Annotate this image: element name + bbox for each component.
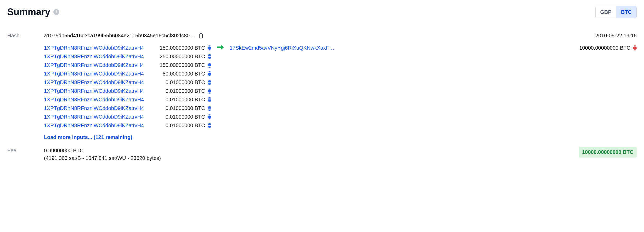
io-row: 1XPTgDRhN8RFnzniWCddobD9iKZatrvH40.01000… xyxy=(44,87,211,95)
load-more-inputs[interactable]: Load more inputs... (121 remaining) xyxy=(44,134,211,141)
toggle-btc[interactable]: BTC xyxy=(616,6,636,18)
amount-value: 0.01000000 BTC xyxy=(166,96,205,103)
outputs-list: 17SkEw2md5avVNyYgj6RiXuQKNwkXaxF…10000.0… xyxy=(230,44,637,141)
clipboard-icon[interactable] xyxy=(199,33,203,39)
address-link[interactable]: 1XPTgDRhN8RFnzniWCddobD9iKZatrvH4 xyxy=(44,79,144,86)
currency-toggle: GBP BTC xyxy=(595,6,637,18)
io-row: 1XPTgDRhN8RFnzniWCddobD9iKZatrvH40.01000… xyxy=(44,95,211,104)
globe-icon[interactable] xyxy=(208,71,211,76)
fee-label: Fee xyxy=(7,147,44,154)
toggle-gbp[interactable]: GBP xyxy=(596,6,616,18)
io-row: 1XPTgDRhN8RFnzniWCddobD9iKZatrvH4150.000… xyxy=(44,61,211,69)
io-row: 17SkEw2md5avVNyYgj6RiXuQKNwkXaxF…10000.0… xyxy=(230,44,637,52)
info-icon[interactable]: i xyxy=(53,9,59,15)
amount-value: 0.01000000 BTC xyxy=(166,122,205,129)
globe-icon[interactable] xyxy=(208,123,211,128)
address-link[interactable]: 1XPTgDRhN8RFnzniWCddobD9iKZatrvH4 xyxy=(44,113,144,121)
address-link[interactable]: 1XPTgDRhN8RFnzniWCddobD9iKZatrvH4 xyxy=(44,53,144,60)
address-link[interactable]: 1XPTgDRhN8RFnzniWCddobD9iKZatrvH4 xyxy=(44,105,144,112)
fee-amount: 0.99000000 BTC xyxy=(44,147,579,154)
globe-icon[interactable] xyxy=(208,97,211,102)
io-row: 1XPTgDRhN8RFnzniWCddobD9iKZatrvH40.01000… xyxy=(44,104,211,113)
globe-icon[interactable] xyxy=(208,80,211,85)
amount-value: 0.01000000 BTC xyxy=(166,79,205,86)
globe-icon[interactable] xyxy=(633,45,637,50)
address-link[interactable]: 1XPTgDRhN8RFnzniWCddobD9iKZatrvH4 xyxy=(44,87,144,95)
total-badge: 10000.00000000 BTC xyxy=(579,147,637,158)
io-row: 1XPTgDRhN8RFnzniWCddobD9iKZatrvH40.01000… xyxy=(44,78,211,87)
address-link[interactable]: 17SkEw2md5avVNyYgj6RiXuQKNwkXaxF… xyxy=(230,44,334,52)
title-text: Summary xyxy=(7,5,50,19)
fee-detail: (4191.363 sat/B - 1047.841 sat/WU - 2362… xyxy=(44,154,579,162)
amount-value: 150.00000000 BTC xyxy=(160,44,205,52)
amount-value: 10000.00000000 BTC xyxy=(579,44,630,52)
hash-label: Hash xyxy=(7,32,44,39)
address-link[interactable]: 1XPTgDRhN8RFnzniWCddobD9iKZatrvH4 xyxy=(44,44,144,52)
io-row: 1XPTgDRhN8RFnzniWCddobD9iKZatrvH480.0000… xyxy=(44,69,211,78)
amount-value: 150.00000000 BTC xyxy=(160,61,205,69)
page-title: Summary i xyxy=(7,5,59,19)
inputs-list: 1XPTgDRhN8RFnzniWCddobD9iKZatrvH4150.000… xyxy=(44,44,211,141)
globe-icon[interactable] xyxy=(208,45,211,50)
io-row: 1XPTgDRhN8RFnzniWCddobD9iKZatrvH4150.000… xyxy=(44,44,211,52)
io-row: 1XPTgDRhN8RFnzniWCddobD9iKZatrvH4250.000… xyxy=(44,52,211,61)
timestamp: 2010-05-22 19:16 xyxy=(230,32,637,39)
io-row: 1XPTgDRhN8RFnzniWCddobD9iKZatrvH40.01000… xyxy=(44,121,211,130)
globe-icon[interactable] xyxy=(208,54,211,59)
io-row: 1XPTgDRhN8RFnzniWCddobD9iKZatrvH40.01000… xyxy=(44,113,211,121)
globe-icon[interactable] xyxy=(208,106,211,111)
tx-hash: a1075db55d416d3ca199f55b6084e2115b9345e1… xyxy=(44,32,195,39)
amount-value: 0.01000000 BTC xyxy=(166,87,205,95)
globe-icon[interactable] xyxy=(208,63,211,68)
amount-value: 80.00000000 BTC xyxy=(163,70,205,78)
address-link[interactable]: 1XPTgDRhN8RFnzniWCddobD9iKZatrvH4 xyxy=(44,61,144,69)
address-link[interactable]: 1XPTgDRhN8RFnzniWCddobD9iKZatrvH4 xyxy=(44,96,144,103)
address-link[interactable]: 1XPTgDRhN8RFnzniWCddobD9iKZatrvH4 xyxy=(44,122,144,129)
globe-icon[interactable] xyxy=(208,89,211,94)
svg-rect-0 xyxy=(199,34,202,38)
arrow-right-icon xyxy=(217,44,224,141)
amount-value: 0.01000000 BTC xyxy=(166,113,205,121)
address-link[interactable]: 1XPTgDRhN8RFnzniWCddobD9iKZatrvH4 xyxy=(44,70,144,78)
amount-value: 0.01000000 BTC xyxy=(166,105,205,112)
amount-value: 250.00000000 BTC xyxy=(160,53,205,60)
globe-icon[interactable] xyxy=(208,114,211,119)
